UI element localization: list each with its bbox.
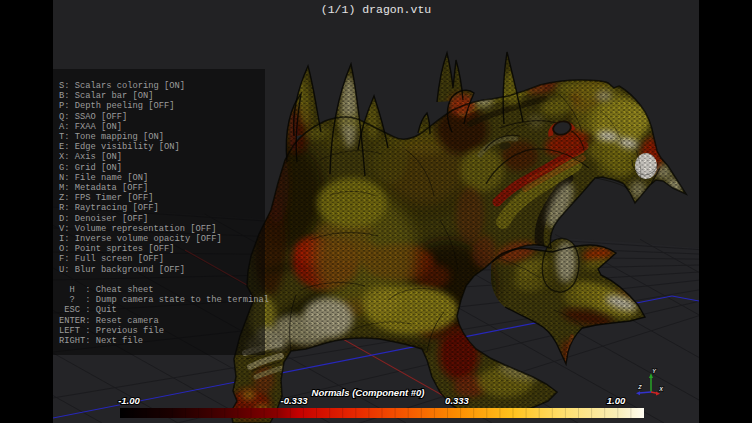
svg-text:-1.00: -1.00 [118, 395, 140, 406]
svg-text:0.333: 0.333 [445, 395, 469, 406]
svg-text:Z: Z [637, 384, 642, 390]
svg-text:1.00: 1.00 [607, 395, 626, 406]
svg-text:-0.333: -0.333 [281, 395, 309, 406]
svg-text:Normals (Component #0): Normals (Component #0) [312, 387, 425, 398]
svg-text:X: X [658, 386, 663, 392]
